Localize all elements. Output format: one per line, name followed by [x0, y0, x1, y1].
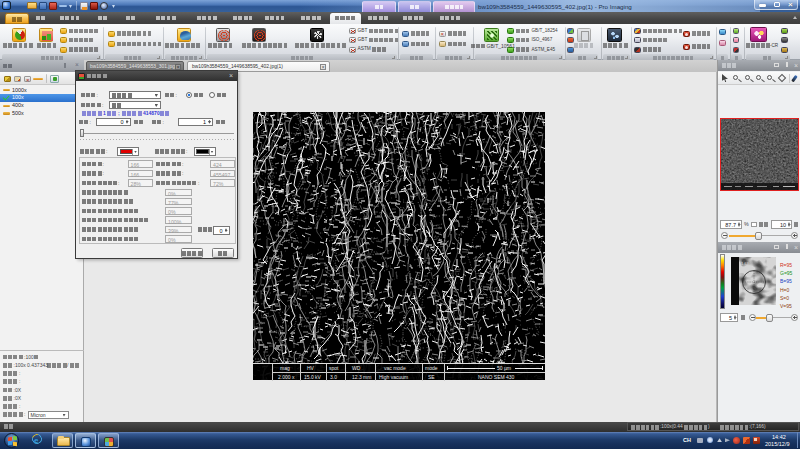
svg-text:1.63: 1.63	[741, 261, 750, 266]
